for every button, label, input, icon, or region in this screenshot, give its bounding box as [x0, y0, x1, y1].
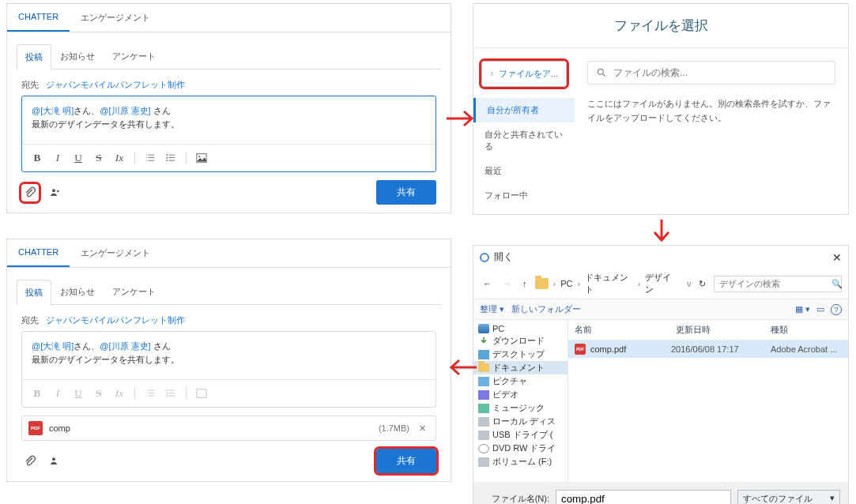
people-icon[interactable] [47, 184, 64, 201]
list-item[interactable]: PDFcomp.pdf 2016/06/08 17:17 Adobe Acrob… [568, 340, 848, 358]
people-icon[interactable] [47, 453, 64, 470]
chatter-panel-after: CHATTER エンゲージメント 投稿 お知らせ アンケート 宛先 ジャパンモバ… [6, 239, 451, 482]
organize-menu[interactable]: 整理 ▾ [480, 303, 504, 315]
tree-videos[interactable]: ビデオ [473, 388, 568, 401]
refresh-icon[interactable]: ↻ [696, 277, 709, 291]
tree-documents[interactable]: ドキュメント [473, 361, 568, 374]
folder-icon [535, 278, 549, 289]
page-title: ファイルを選択 [473, 4, 848, 48]
folder-tree: PC ダウンロード デスクトップ ドキュメント ピクチャ ビデオ ミュージック … [473, 320, 568, 482]
subtab-poll[interactable]: アンケート [104, 43, 164, 69]
recipients-label: 宛先 [21, 80, 39, 89]
forward-icon: → [500, 277, 515, 290]
tree-desktop[interactable]: デスクトップ [473, 348, 568, 361]
filename-input[interactable] [556, 490, 731, 504]
attachment-size: (1.7MB) [379, 423, 409, 433]
post-editor[interactable]: @[大滝 明]さん、@[川原 憲史] さん 最新のデザインデータを共有します。 … [21, 96, 436, 172]
tree-usb[interactable]: USB ドライブ ( [473, 428, 568, 442]
preview-icon[interactable]: ▭ [816, 304, 824, 315]
ordered-list-button[interactable] [141, 149, 159, 167]
attachment-chip: PDF comp (1.7MB) ✕ [21, 416, 436, 441]
breadcrumb: 宛先 ジャパンモバイルパンフレット制作 [21, 314, 436, 326]
sidebar-item-recent[interactable]: 最近 [473, 159, 575, 183]
mention-2[interactable]: @[川原 憲史] [100, 106, 150, 115]
mention-2[interactable]: @[川原 憲史] [100, 341, 150, 351]
new-folder-button[interactable]: 新しいフォルダー [511, 303, 581, 315]
tree-dvd[interactable]: DVD RW ドライ [473, 442, 568, 455]
svg-point-6 [57, 190, 59, 192]
editor-toolbar: B I U S Ix [22, 144, 436, 171]
underline-button[interactable]: U [70, 149, 87, 167]
subtab-post[interactable]: 投稿 [17, 280, 51, 305]
search-icon: 🔍 [831, 279, 843, 289]
post-editor[interactable]: @[大滝 明]さん、@[川原 憲史] さん 最新のデザインデータを共有します。 … [21, 331, 436, 408]
open-dialog: 開く ✕ ← → ↑ ›PC ›ドキュメント ›デザイン v ↻ 🔍 整理 ▾ … [473, 245, 849, 504]
tree-localdisk[interactable]: ローカル ディス [473, 415, 568, 428]
subtab-poll[interactable]: アンケート [104, 279, 164, 304]
flow-arrow-down-icon [650, 218, 673, 246]
svg-point-4 [198, 156, 200, 157]
svg-point-12 [52, 457, 55, 461]
search-icon [596, 67, 607, 78]
subtab-notice[interactable]: お知らせ [51, 43, 104, 69]
view-icon[interactable]: ▦ ▾ [795, 304, 810, 315]
recipient-link[interactable]: ジャパンモバイルパンフレット制作 [46, 80, 185, 89]
image-button[interactable] [193, 149, 210, 167]
mention-1[interactable]: @[大滝 明] [32, 106, 74, 115]
filename-label: ファイル名(N): [481, 493, 549, 504]
chrome-icon [480, 253, 489, 262]
subtab-notice[interactable]: お知らせ [51, 279, 104, 304]
tree-pc[interactable]: PC [473, 323, 568, 334]
tree-volume[interactable]: ボリューム (F:) [473, 455, 568, 468]
breadcrumb: 宛先 ジャパンモバイルパンフレット制作 [21, 79, 436, 91]
list-header[interactable]: 名前 更新日時 種類 [568, 320, 848, 340]
help-icon[interactable]: ? [831, 304, 842, 315]
tab-chatter[interactable]: CHATTER [7, 4, 70, 32]
tab-engagement[interactable]: エンゲージメント [70, 4, 161, 32]
attachment-icon[interactable] [21, 453, 39, 470]
pdf-icon: PDF [28, 421, 43, 435]
dialog-title: 開く [494, 250, 513, 264]
sidebar-item-shared[interactable]: 自分と共有されている [473, 122, 575, 159]
close-icon[interactable]: ✕ [832, 251, 842, 264]
flow-arrow-right-icon [445, 107, 478, 130]
svg-point-10 [166, 395, 168, 397]
mention-1[interactable]: @[大滝 明] [32, 341, 74, 351]
svg-point-0 [166, 154, 168, 156]
breadcrumb[interactable]: ›PC ›ドキュメント ›デザイン [553, 272, 677, 295]
remove-attachment-icon[interactable]: ✕ [416, 423, 429, 434]
back-icon[interactable]: ← [480, 277, 495, 290]
svg-point-9 [166, 393, 168, 394]
bold-button[interactable]: B [28, 149, 46, 167]
tab-chatter[interactable]: CHATTER [7, 239, 70, 267]
svg-rect-11 [197, 389, 206, 398]
chatter-panel-before: CHATTER エンゲージメント 投稿 お知らせ アンケート 宛先 ジャパンモバ… [6, 3, 451, 213]
svg-point-5 [52, 189, 55, 192]
tree-music[interactable]: ミュージック [473, 401, 568, 415]
upload-file-button[interactable]: ファイルをア... [481, 61, 567, 87]
recipient-link[interactable]: ジャパンモバイルパンフレット制作 [46, 315, 185, 325]
strike-button[interactable]: S [90, 149, 107, 167]
flow-arrow-left-icon [445, 355, 478, 379]
italic-button[interactable]: I [49, 149, 66, 167]
share-button[interactable]: 共有 [376, 180, 436, 205]
attachment-name: comp [49, 423, 70, 433]
sidebar-item-following[interactable]: フォロー中 [473, 183, 575, 208]
tab-engagement[interactable]: エンゲージメント [70, 239, 161, 267]
editor-toolbar-disabled: B I U S Ix [22, 379, 436, 407]
dialog-search-input[interactable]: 🔍 [714, 276, 842, 292]
subtab-post[interactable]: 投稿 [17, 44, 51, 70]
tree-pictures[interactable]: ピクチャ [473, 374, 568, 388]
svg-point-7 [598, 69, 603, 74]
filetype-select[interactable]: すべてのファイル▾ [737, 490, 840, 504]
tree-downloads[interactable]: ダウンロード [473, 334, 568, 348]
sidebar-item-owned[interactable]: 自分が所有者 [473, 98, 575, 122]
file-search-input[interactable] [587, 61, 835, 85]
bullet-list-button[interactable] [162, 149, 179, 167]
up-icon[interactable]: ↑ [519, 277, 530, 290]
share-button[interactable]: 共有 [376, 449, 436, 473]
svg-point-2 [166, 160, 168, 161]
svg-point-8 [166, 389, 168, 391]
clear-format-button[interactable]: Ix [111, 149, 128, 167]
attachment-icon[interactable] [21, 184, 39, 201]
